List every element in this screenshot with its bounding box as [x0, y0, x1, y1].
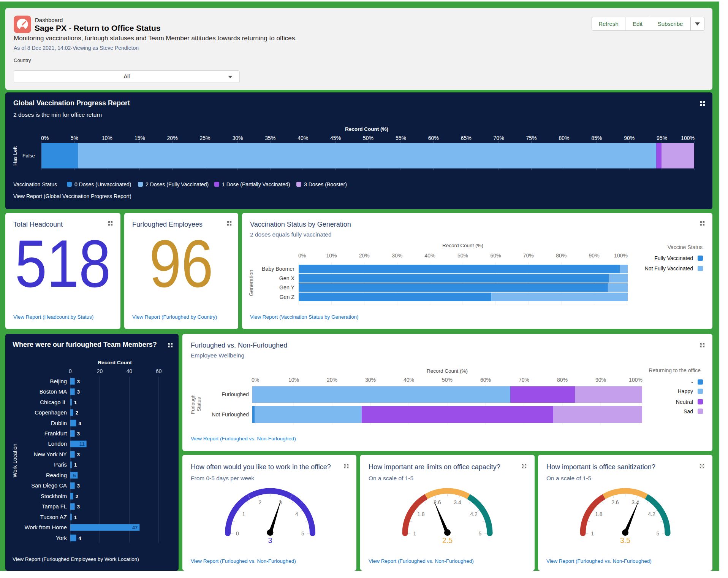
svg-text:Boston MA: Boston MA	[40, 389, 67, 395]
svg-text:10%: 10%	[288, 377, 299, 383]
svg-text:New York NY: New York NY	[34, 451, 67, 457]
svg-text:30%: 30%	[232, 135, 243, 141]
svg-text:80%: 80%	[557, 377, 568, 383]
svg-text:90%: 90%	[624, 135, 635, 141]
svg-text:40%: 40%	[425, 252, 435, 259]
svg-text:Work from Home: Work from Home	[24, 524, 67, 530]
svg-text:View Report (Global Vaccinatio: View Report (Global Vaccination Progress…	[13, 193, 131, 199]
svg-text:1: 1	[74, 400, 77, 405]
svg-text:5: 5	[301, 530, 304, 537]
svg-text:3: 3	[77, 389, 80, 395]
svg-text:85%: 85%	[591, 135, 602, 141]
svg-text:Dublin: Dublin	[51, 420, 67, 426]
svg-text:5: 5	[73, 473, 76, 478]
svg-text:Vaccine Status: Vaccine Status	[668, 244, 703, 250]
svg-text:60%: 60%	[490, 252, 501, 259]
svg-text:70%: 70%	[519, 377, 529, 383]
svg-text:2.6: 2.6	[434, 499, 441, 505]
svg-text:100%: 100%	[681, 135, 695, 141]
svg-text:60: 60	[156, 368, 162, 374]
svg-text:90%: 90%	[589, 252, 600, 259]
svg-text:Frankfurt: Frankfurt	[44, 430, 67, 437]
svg-text:Fully Vaccinated: Fully Vaccinated	[654, 255, 693, 261]
svg-text:5: 5	[479, 530, 482, 537]
svg-text:55%: 55%	[396, 135, 406, 141]
svg-text:50%: 50%	[363, 135, 373, 141]
svg-text:65%: 65%	[461, 135, 472, 141]
svg-text:3: 3	[77, 379, 80, 384]
svg-text:20%: 20%	[359, 252, 370, 259]
svg-text:Record Count (%): Record Count (%)	[442, 243, 483, 248]
svg-text:2: 2	[76, 410, 78, 416]
svg-text:Beijing: Beijing	[50, 378, 67, 384]
svg-text:Neutral: Neutral	[676, 399, 693, 405]
svg-text:2: 2	[76, 494, 78, 499]
svg-text:1: 1	[74, 462, 77, 468]
svg-text:0%: 0%	[252, 377, 259, 383]
svg-text:Chicago IL: Chicago IL	[40, 399, 67, 405]
svg-text:20%: 20%	[167, 135, 178, 141]
svg-text:40%: 40%	[298, 135, 308, 141]
svg-text:4.2: 4.2	[648, 511, 655, 517]
svg-text:Returning to the office: Returning to the office	[649, 367, 701, 373]
svg-text:3.5: 3.5	[620, 536, 630, 545]
svg-text:20: 20	[97, 368, 103, 374]
svg-text:95%: 95%	[657, 135, 667, 141]
svg-text:100%: 100%	[614, 252, 628, 259]
svg-text:3: 3	[77, 504, 80, 510]
svg-text:Gen Z: Gen Z	[280, 294, 295, 300]
svg-text:1.8: 1.8	[595, 511, 603, 517]
svg-text:70%: 70%	[494, 135, 504, 141]
svg-text:50%: 50%	[442, 377, 453, 383]
svg-text:1: 1	[74, 514, 77, 520]
svg-text:90%: 90%	[595, 377, 606, 383]
svg-text:2.6: 2.6	[611, 499, 619, 505]
svg-text:5%: 5%	[71, 135, 78, 141]
svg-text:Stockholm: Stockholm	[41, 493, 67, 499]
svg-text:30%: 30%	[365, 377, 376, 383]
svg-text:4: 4	[79, 421, 82, 426]
svg-text:3 Doses (Booster): 3 Doses (Booster)	[304, 181, 347, 187]
svg-text:Reading: Reading	[46, 472, 67, 478]
svg-text:4.2: 4.2	[470, 511, 478, 517]
svg-text:0 Doses (Unvaccinated): 0 Doses (Unvaccinated)	[74, 181, 131, 187]
svg-text:Paris: Paris	[54, 462, 67, 468]
svg-text:15%: 15%	[135, 135, 145, 141]
svg-text:Record Count (%): Record Count (%)	[427, 368, 468, 374]
svg-text:75%: 75%	[526, 135, 537, 141]
svg-text:0: 0	[236, 530, 239, 537]
svg-text:Tampa FL: Tampa FL	[42, 503, 67, 510]
svg-text:0%: 0%	[298, 252, 306, 259]
svg-text:York: York	[56, 535, 67, 541]
svg-text:3.4: 3.4	[454, 499, 461, 505]
svg-text:40: 40	[126, 368, 132, 374]
svg-text:80%: 80%	[559, 135, 569, 141]
svg-text:11: 11	[79, 441, 85, 447]
svg-text:4: 4	[295, 511, 298, 517]
svg-text:Baby Boomer: Baby Boomer	[262, 266, 294, 272]
svg-text:Status: Status	[196, 397, 202, 411]
svg-text:0: 0	[69, 368, 72, 374]
svg-text:-: -	[691, 379, 693, 385]
svg-text:Sad: Sad	[684, 408, 693, 414]
svg-text:San Diego CA: San Diego CA	[31, 483, 67, 489]
svg-text:4: 4	[79, 535, 82, 541]
svg-text:2 Doses (Fully Vaccinated): 2 Doses (Fully Vaccinated)	[146, 181, 209, 187]
svg-text:47: 47	[132, 525, 138, 530]
svg-text:40%: 40%	[404, 377, 414, 383]
svg-text:Copenhagen: Copenhagen	[35, 410, 67, 416]
svg-text:Gen X: Gen X	[279, 275, 295, 281]
svg-text:Gen Y: Gen Y	[279, 284, 295, 291]
svg-text:5: 5	[657, 530, 660, 537]
svg-text:3: 3	[268, 536, 272, 545]
svg-text:3: 3	[77, 452, 80, 457]
svg-text:Happy: Happy	[678, 388, 693, 394]
svg-text:Not Fully Vaccinated: Not Fully Vaccinated	[645, 265, 693, 272]
svg-text:1: 1	[591, 530, 594, 537]
svg-text:Record Count (%): Record Count (%)	[345, 126, 388, 132]
svg-text:60%: 60%	[480, 377, 491, 383]
svg-text:Tucson AZ: Tucson AZ	[40, 514, 67, 520]
svg-text:Not Furloughed: Not Furloughed	[212, 411, 249, 418]
svg-text:1 Dose (Partially Vaccinated): 1 Dose (Partially Vaccinated)	[222, 181, 290, 187]
svg-text:35%: 35%	[265, 135, 275, 141]
